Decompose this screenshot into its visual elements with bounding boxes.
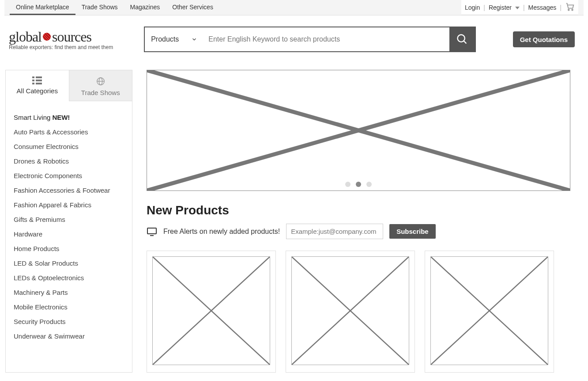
carousel-dot[interactable] [366,182,372,187]
category-item[interactable]: LEDs & Optoelectronics [14,271,124,285]
new-products-heading: New Products [147,203,570,217]
messages-link[interactable]: Messages [528,4,557,11]
category-label: Auto Parts & Accessories [14,128,88,136]
svg-rect-9 [36,83,42,84]
category-label: Gifts & Premiums [14,216,65,223]
svg-line-3 [464,41,466,44]
image-placeholder-icon [291,256,409,365]
category-label: Mobile Electronics [14,303,68,311]
svg-rect-15 [147,228,156,234]
nav-magazines[interactable]: Magazines [124,0,166,15]
category-label: Drones & Robotics [14,157,69,165]
nav-trade-shows[interactable]: Trade Shows [75,0,124,15]
category-item[interactable]: Gifts & Premiums [14,212,124,227]
register-label: Register [489,4,512,11]
sidebar: All Categories Trade Shows Smart LivingN… [5,70,132,373]
alerts-email-input[interactable] [286,224,383,239]
top-nav-left: Online Marketplace Trade Shows Magazines… [10,0,219,15]
category-label: Hardware [14,230,42,238]
logo-mark-icon [43,33,51,41]
svg-point-0 [568,9,569,11]
top-nav-right: Login | Register | Messages | [461,0,578,15]
subscribe-button[interactable]: Subscribe [389,224,436,239]
category-label: LED & Solar Products [14,259,78,267]
category-item[interactable]: Machinery & Parts [14,285,124,300]
product-card[interactable] [147,251,276,373]
search-icon [456,33,468,46]
search-button[interactable] [449,27,475,51]
register-link[interactable]: Register [489,4,520,11]
category-item[interactable]: Drones & Robotics [14,154,124,168]
category-item[interactable]: Auto Parts & Accessories [14,125,124,139]
sidebar-tab-tradeshows[interactable]: Trade Shows [69,70,132,101]
search-input[interactable] [204,27,449,51]
logo-text-pre: global [9,29,41,45]
separator: | [560,4,562,11]
globe-icon [96,76,106,86]
sidebar-tab-categories[interactable]: All Categories [6,70,69,101]
monitor-icon [147,227,157,236]
product-card[interactable] [425,251,554,373]
category-item[interactable]: Underwear & Swimwear [14,329,124,343]
carousel-dots [147,182,570,187]
separator: | [483,4,485,11]
sidebar-tab-label: All Categories [17,87,58,95]
new-badge: NEW! [52,114,70,121]
sidebar-tabs: All Categories Trade Shows [6,70,132,101]
search-category-dropdown[interactable]: Products [145,27,204,51]
category-item[interactable]: Mobile Electronics [14,300,124,314]
carousel-dot[interactable] [345,182,351,187]
separator: | [523,4,525,11]
category-label: Underwear & Swimwear [14,332,85,340]
category-item[interactable]: LED & Solar Products [14,256,124,271]
svg-point-2 [457,35,464,42]
svg-rect-6 [32,80,34,81]
category-list: Smart LivingNEW!Auto Parts & Accessories… [6,101,132,349]
alerts-row: Free Alerts on newly added products! Sub… [147,224,570,239]
image-placeholder-icon [147,70,570,190]
chevron-down-icon [515,7,520,9]
category-label: Machinery & Parts [14,289,68,296]
product-card[interactable] [286,251,415,373]
svg-rect-7 [36,80,42,81]
svg-rect-8 [32,83,34,84]
logo[interactable]: global sources Reliable exporters: find … [9,29,113,50]
category-item[interactable]: Fashion Accessories & Footwear [14,183,124,198]
category-item[interactable]: Home Products [14,241,124,256]
image-placeholder-icon [152,256,270,365]
category-item[interactable]: Consumer Electronics [14,139,124,154]
carousel-dot[interactable] [356,182,361,187]
main-area: All Categories Trade Shows Smart LivingN… [0,63,588,373]
chevron-down-icon [191,36,197,42]
category-item[interactable]: Hardware [14,227,124,241]
logo-text-post: sources [52,29,91,45]
category-label: Fashion Accessories & Footwear [14,187,110,194]
category-label: Consumer Electronics [14,143,79,150]
list-icon [32,76,42,84]
category-item[interactable]: Electronic Components [14,168,124,183]
svg-point-1 [572,9,573,11]
top-utility-bar: Online Marketplace Trade Shows Magazines… [4,0,584,15]
nav-online-marketplace[interactable]: Online Marketplace [10,0,75,15]
cart-icon[interactable] [565,2,575,13]
nav-other-services[interactable]: Other Services [166,0,219,15]
category-item[interactable]: Security Products [14,314,124,329]
logo-tagline: Reliable exporters: find them and meet t… [9,44,113,50]
image-placeholder-icon [430,256,548,365]
get-quotations-button[interactable]: Get Quotations [513,31,575,47]
hero-carousel[interactable] [147,70,570,191]
alerts-text: Free Alerts on newly added products! [163,228,280,236]
category-item[interactable]: Fashion Apparel & Fabrics [14,198,124,212]
category-label: Electronic Components [14,172,82,179]
category-label: Home Products [14,245,59,252]
category-item[interactable]: Smart LivingNEW! [14,110,124,125]
svg-rect-4 [32,76,34,78]
login-link[interactable]: Login [465,4,480,11]
product-grid [147,251,570,373]
sidebar-tab-label: Trade Shows [81,89,120,96]
header: global sources Reliable exporters: find … [0,15,588,63]
search-category-label: Products [151,35,179,43]
category-label: Fashion Apparel & Fabrics [14,201,91,209]
category-label: Smart Living [14,114,50,121]
search-bar: Products [144,27,476,52]
